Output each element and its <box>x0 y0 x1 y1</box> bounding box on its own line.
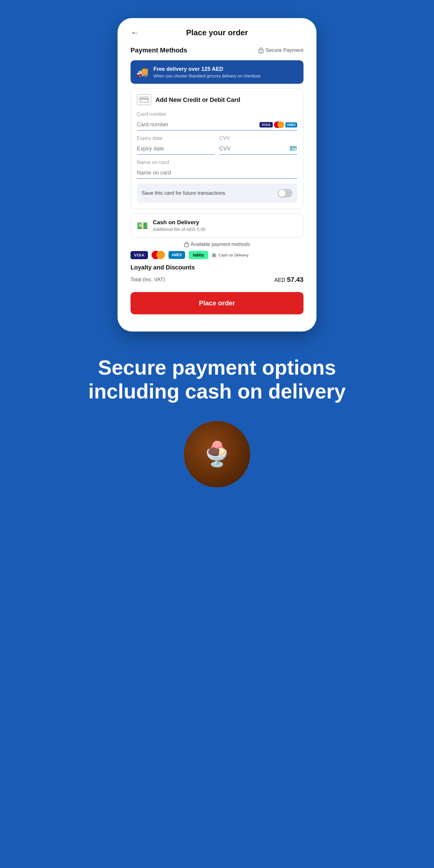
name-on-card-input[interactable] <box>137 167 297 179</box>
expiry-label: Expiry date <box>137 135 215 141</box>
total-row: Total (Inc. VAT) AED 57.43 <box>130 274 304 285</box>
name-on-card-label: Name on card <box>137 159 297 165</box>
header: ← Place your order <box>124 28 310 43</box>
card-number-field: Card number VISA AMEX <box>137 111 297 130</box>
expiry-field: Expiry date <box>137 135 215 155</box>
cvv-label: CVV <box>219 135 297 141</box>
expiry-cvv-row: Expiry date CVV 🪪 <box>137 135 297 155</box>
lock-icon <box>258 47 264 53</box>
visa-method-icon: VISA <box>130 251 148 259</box>
dessert-image: 🍨 <box>184 421 250 487</box>
secure-payment: Secure Payment <box>258 47 304 53</box>
total-label: Total (Inc. VAT) <box>130 277 165 283</box>
place-order-button[interactable]: Place order <box>130 292 304 314</box>
free-delivery-banner: 🚚 Free delivery over 125 AED When you ch… <box>130 60 304 84</box>
available-methods-label: Available payment methods <box>130 242 304 247</box>
available-methods-section: Available payment methods <box>130 242 304 247</box>
svg-rect-2 <box>140 97 148 102</box>
amex-logo: AMEX <box>285 122 297 127</box>
mastercard-method-icon <box>152 251 165 259</box>
cash-icon: 💵 <box>137 220 148 231</box>
add-card-title: Add New Credit or Debit Card <box>156 96 240 103</box>
svg-rect-4 <box>141 100 143 101</box>
payment-methods-row: Payment Methods Secure Payment <box>124 43 310 57</box>
cvv-field: CVV 🪪 <box>219 135 297 155</box>
methods-icons-row: VISA AMEX tabby 🛍️ Cash on Delivery <box>124 251 310 259</box>
page-title: Place your order <box>186 28 248 37</box>
cvv-input[interactable] <box>219 143 297 155</box>
delivery-truck-icon: 🚚 <box>136 66 149 78</box>
cash-method-label: Cash on Delivery <box>218 253 248 257</box>
cash-on-delivery-section[interactable]: 💵 Cash on Delivery Additional fee of AED… <box>130 213 304 238</box>
credit-card-icon <box>140 97 149 103</box>
card-icon <box>137 94 151 105</box>
svg-rect-5 <box>184 244 189 247</box>
total-currency: AED <box>274 277 285 283</box>
toggle-knob <box>278 190 286 197</box>
loyalty-section: Loyalty and Discounts Total (Inc. VAT) A… <box>130 264 304 285</box>
lock-icon-small <box>184 242 189 247</box>
save-card-toggle[interactable] <box>278 189 292 197</box>
card-logos: VISA AMEX <box>259 121 297 128</box>
visa-logo: VISA <box>259 122 273 127</box>
payment-methods-label: Payment Methods <box>130 46 187 54</box>
total-value: AED 57.43 <box>274 276 304 284</box>
card-section-header: Add New Credit or Debit Card <box>137 94 297 105</box>
card-number-label: Card number <box>137 111 297 117</box>
secure-payment-headline: Secure payment options including cash on… <box>51 332 383 421</box>
loyalty-title: Loyalty and Discounts <box>130 264 304 271</box>
mastercard-logo <box>274 121 284 128</box>
tabby-method-icon: tabby <box>189 251 208 259</box>
cash-title: Cash on Delivery <box>153 219 206 226</box>
phone-mockup: ← Place your order Payment Methods Secur… <box>118 18 316 332</box>
svg-point-1 <box>261 51 261 52</box>
card-section: Add New Credit or Debit Card Card number… <box>130 88 304 209</box>
cash-method-icon: 🛍️ Cash on Delivery <box>212 253 248 257</box>
free-delivery-title: Free delivery over 125 AED <box>153 66 260 73</box>
save-card-row: Save this card for future transactions. <box>137 184 297 203</box>
amex-method-icon: AMEX <box>168 251 185 259</box>
name-on-card-field: Name on card <box>137 159 297 179</box>
available-methods-text: Available payment methods <box>191 242 250 247</box>
free-delivery-subtitle: When you choose Standard grocery deliver… <box>153 73 260 79</box>
total-amount: 57.43 <box>287 276 304 283</box>
secure-label: Secure Payment <box>266 47 304 53</box>
cash-subtitle: Additional fee of AED 5.00 <box>153 227 206 232</box>
cvv-icon: 🪪 <box>289 145 297 153</box>
back-button[interactable]: ← <box>130 28 139 38</box>
save-card-label: Save this card for future transactions. <box>142 190 227 196</box>
cash-bag-icon: 🛍️ <box>212 253 217 257</box>
expiry-input[interactable] <box>137 143 215 155</box>
svg-rect-3 <box>140 98 148 99</box>
